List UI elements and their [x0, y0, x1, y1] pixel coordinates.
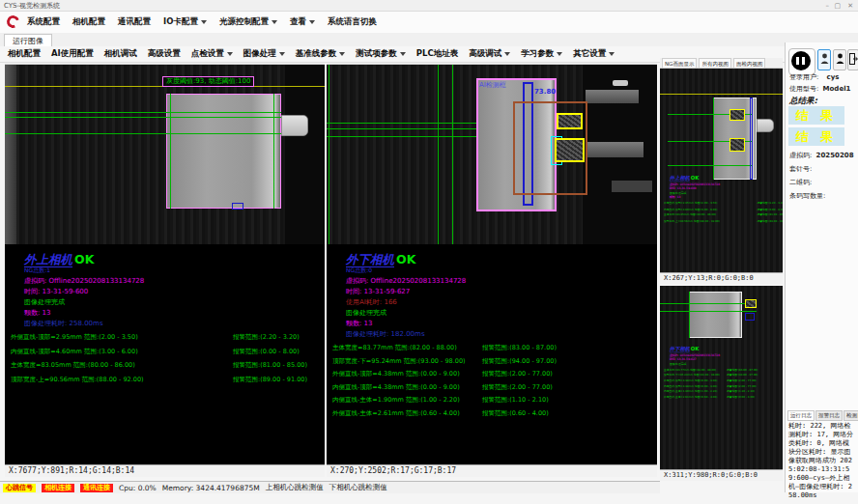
- blue-measure-value: 73.80: [534, 88, 556, 96]
- measure-line: [452, 65, 453, 244]
- log-tab-run[interactable]: 运行日志: [787, 410, 815, 421]
- tool-baseline-params[interactable]: 基准线参数: [296, 48, 346, 60]
- upper-camera-view[interactable]: 灰度阈值:93, 动态阈值:100 外上相机OK NG总数:1 虚拟码: Off…: [5, 64, 325, 464]
- log-text[interactable]: 耗时: 222, 网络检测耗时: 17, 网络分类耗时: 0, 网络模块分区耗时…: [788, 422, 856, 500]
- admin-login-button[interactable]: [833, 49, 846, 70]
- measurement-row: 外侧直线-顶部=2.95mm 范围:(2.00 - 3.50)报警范围:(2.2…: [11, 334, 322, 349]
- tool-image-process[interactable]: 图像处理: [243, 48, 285, 60]
- thumbnail-lower-camera[interactable]: 外下相机OK 虚拟码: Offline20250208133134728 时间:…: [660, 286, 783, 469]
- measure-line: [668, 165, 753, 166]
- measure-line: [170, 94, 171, 209]
- chevron-down-icon: [201, 20, 207, 24]
- maximize-icon[interactable]: ▢: [834, 0, 841, 12]
- pixel-readout-thumb-upper: X:267;Y:13;R:0;G:0;B:0: [660, 272, 783, 284]
- chevron-down-icon: [504, 52, 510, 56]
- measure-line: [5, 133, 281, 134]
- tool-camera-debug[interactable]: 相机调试: [104, 48, 137, 60]
- measurement-row: 外侧直线-顶部=4.38mm 范围:(0.00 - 9.00)报警范围:(2.0…: [332, 371, 644, 384]
- sidebar: 登录用户: cys 使用型号: Model1 总结果: 结 果 结 果 虚拟码:…: [785, 42, 858, 492]
- exit-button[interactable]: [847, 49, 858, 70]
- menu-bar: 系统配置 相机配置 通讯配置 IO卡配置 光源控制配置 查看 系统语言切换: [0, 12, 858, 34]
- measurement-row: 主体宽度=83.05mm 范围:(80.00 - 86.00)报警范围:(81.…: [11, 362, 322, 377]
- measurement-list: 主体宽度=83.77mm 范围:(82.00 - 88.00)报警范围:(83.…: [332, 345, 644, 424]
- pixel-readout-lower: X:270;Y:2502;R:17;G:17;B:17: [327, 464, 657, 477]
- upper-heartbeat-check: 上相机心跳检测值: [266, 483, 324, 492]
- thumb-tab-inspect-views[interactable]: 面检内视图: [733, 58, 766, 68]
- measurement-row: 外侧直线-主体=2.61mm 范围:(0.60 - 4.00)报警范围:(0.6…: [332, 410, 644, 424]
- tool-advanced-debug[interactable]: 高级调试: [469, 48, 510, 60]
- lower-camera-view[interactable]: AI检测框 73.80 外下相机OK NG总数:0 虚拟码: Offline20…: [327, 64, 657, 464]
- log-tab-inspect[interactable]: 检测日志: [844, 410, 858, 421]
- chevron-down-icon: [557, 52, 562, 56]
- connector-pin: [757, 119, 774, 132]
- measure-line: [327, 136, 481, 137]
- menu-language-switch[interactable]: 系统语言切换: [328, 16, 377, 28]
- roi-box-blue: [745, 313, 755, 321]
- app-logo-icon: [5, 14, 21, 30]
- lower-camera-image: AI检测框 73.80: [327, 64, 657, 244]
- inspected-part: [166, 94, 281, 209]
- time-line: 时间: 13-31-59-600: [24, 289, 322, 295]
- machine-highlight: [613, 80, 628, 86]
- chevron-down-icon: [609, 52, 615, 56]
- menu-view[interactable]: 查看: [290, 16, 315, 28]
- cpu-usage: Cpu: 0.0%: [119, 484, 157, 492]
- result-box-upper: 结 果: [788, 106, 844, 125]
- piece-count-line: 颗数: 13: [24, 310, 322, 317]
- roi-box-blue: [750, 98, 753, 180]
- camera-name-label: 外下相机: [346, 252, 394, 267]
- measurement-row: 内侧直线-顶部=4.38mm 范围:(0.00 - 9.00)报警范围:(2.0…: [332, 384, 644, 398]
- menu-system-config[interactable]: 系统配置: [27, 16, 60, 28]
- ok-status-label: OK: [74, 252, 94, 266]
- log-tab-alarm[interactable]: 报警日志: [815, 410, 843, 421]
- tool-other-settings[interactable]: 其它设置: [573, 48, 615, 60]
- ai-time-line: 使用AI耗时: 166: [346, 299, 644, 306]
- tab-run-image[interactable]: 运行图像: [4, 34, 52, 47]
- tool-plc-table[interactable]: PLC地址表: [416, 48, 458, 60]
- tool-ai-config[interactable]: AI使用配置: [51, 48, 94, 60]
- virtual-code-value: 20250208: [816, 152, 854, 159]
- tab-strip: 运行图像: [0, 33, 858, 47]
- close-icon[interactable]: ✕: [847, 0, 853, 12]
- yellow-reference-line: [660, 94, 783, 95]
- measurement-row: 顶部宽度-下=95.24mm 范围:(93.00 - 98.00)报警范围:(9…: [332, 358, 644, 372]
- menu-light-config[interactable]: 光源控制配置: [219, 16, 277, 28]
- exit-door-icon: [849, 53, 858, 65]
- tool-spot-check[interactable]: 点检设置: [191, 48, 233, 60]
- login-user-row: 登录用户: cys: [789, 72, 839, 82]
- pixel-readout-thumb-lower: X:311;Y:980;R:0;G:0;B:0: [660, 469, 783, 481]
- chevron-down-icon: [309, 20, 315, 24]
- process-done-line: 图像处理完成: [24, 299, 322, 306]
- measure-line: [273, 94, 274, 209]
- log-tab-strip: 运行日志 报警日志 检测日志: [787, 410, 857, 421]
- menu-io-config[interactable]: IO卡配置: [163, 16, 207, 28]
- machine-bar: [612, 181, 652, 192]
- camera-name-label: 外上相机: [24, 252, 72, 267]
- operator-login-button[interactable]: [817, 49, 831, 70]
- minimize-icon[interactable]: –: [826, 0, 830, 12]
- ng-count-label: NG总数:0: [346, 266, 644, 274]
- write-count-label: 条码写数量:: [789, 191, 825, 201]
- thumb-result-mini: 外上相机OK 虚拟码: Offline20250208133134728 时间:…: [664, 175, 783, 226]
- tool-advanced-settings[interactable]: 高级设置: [148, 48, 181, 60]
- thumbnail-upper-camera[interactable]: 外上相机OK 虚拟码: Offline20250208133134728 时间:…: [660, 69, 783, 272]
- tool-test-params[interactable]: 测试项参数: [356, 48, 406, 60]
- detect-box: [232, 203, 243, 210]
- piece-count-line: 颗数: 13: [346, 321, 644, 327]
- chevron-down-icon: [227, 52, 233, 56]
- chevron-down-icon: [279, 52, 285, 56]
- pause-button[interactable]: [788, 48, 815, 75]
- tool-camera-config[interactable]: 相机配置: [8, 48, 41, 60]
- thumb-tab-ng-display[interactable]: NG画面显示: [662, 58, 697, 68]
- menu-comm-config[interactable]: 通讯配置: [118, 16, 151, 28]
- measure-line: [660, 303, 757, 304]
- model-row: 使用型号: Model1: [789, 84, 850, 94]
- result-box-lower: 结 果: [788, 127, 844, 146]
- tool-learning-params[interactable]: 学习参数: [521, 48, 562, 60]
- thumb-tab-all-views[interactable]: 所有内视图: [699, 58, 731, 68]
- virtual-code-line: 虚拟码: Offline20250208133134728: [24, 278, 322, 285]
- pause-icon: [791, 51, 811, 70]
- lower-heartbeat-check: 下相机心跳检测值: [329, 483, 387, 492]
- menu-camera-config[interactable]: 相机配置: [72, 16, 105, 28]
- ai-box-label: AI检测框: [479, 81, 506, 89]
